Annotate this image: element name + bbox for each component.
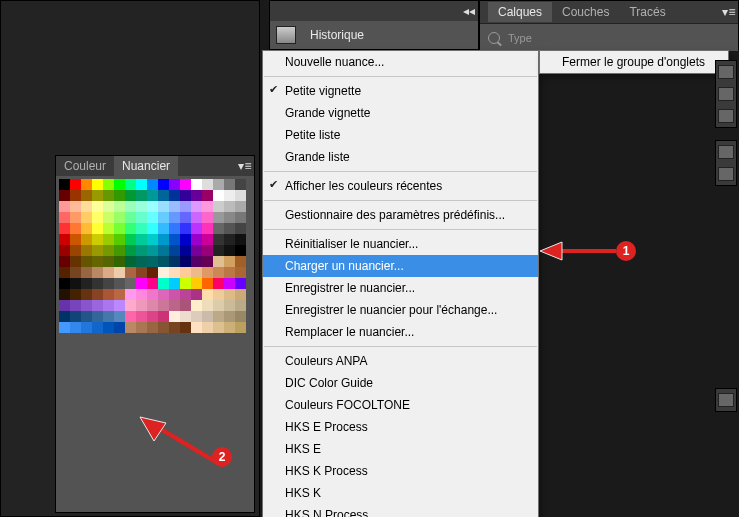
tab-couches[interactable]: Couches [552,2,619,22]
swatch-cell[interactable] [235,311,246,322]
swatch-cell[interactable] [103,190,114,201]
swatch-cell[interactable] [136,256,147,267]
swatch-cell[interactable] [169,223,180,234]
swatch-cell[interactable] [213,223,224,234]
menu-list-small[interactable]: Petite liste [263,124,538,146]
menu-preset-0[interactable]: Couleurs ANPA [263,350,538,372]
menu-thumb-large[interactable]: Grande vignette [263,102,538,124]
swatch-cell[interactable] [169,322,180,333]
swatch-cell[interactable] [235,245,246,256]
swatch-cell[interactable] [59,278,70,289]
swatch-cell[interactable] [224,212,235,223]
swatch-cell[interactable] [103,223,114,234]
swatch-cell[interactable] [224,179,235,190]
swatch-cell[interactable] [125,212,136,223]
swatch-cell[interactable] [191,201,202,212]
tab-traces[interactable]: Tracés [619,2,675,22]
menu-replace-swatches[interactable]: Remplacer le nuancier... [263,321,538,343]
swatch-cell[interactable] [81,223,92,234]
swatch-cell[interactable] [158,190,169,201]
swatch-cell[interactable] [136,289,147,300]
swatch-cell[interactable] [125,256,136,267]
swatch-cell[interactable] [158,256,169,267]
swatch-cell[interactable] [125,267,136,278]
swatch-cell[interactable] [213,190,224,201]
swatch-cell[interactable] [169,278,180,289]
swatch-cell[interactable] [224,311,235,322]
swatch-cell[interactable] [114,311,125,322]
swatch-cell[interactable] [180,311,191,322]
swatch-cell[interactable] [235,300,246,311]
menu-preset-6[interactable]: HKS K [263,482,538,504]
layer-filter-kind[interactable]: Type [508,32,532,44]
swatch-cell[interactable] [59,322,70,333]
swatch-cell[interactable] [92,234,103,245]
swatch-cell[interactable] [136,311,147,322]
swatch-cell[interactable] [169,245,180,256]
swatch-cell[interactable] [92,289,103,300]
swatch-cell[interactable] [224,289,235,300]
swatch-cell[interactable] [169,179,180,190]
swatch-cell[interactable] [158,289,169,300]
menu-preset-7[interactable]: HKS N Process [263,504,538,517]
swatch-cell[interactable] [169,267,180,278]
menu-list-large[interactable]: Grande liste [263,146,538,168]
swatch-cell[interactable] [180,278,191,289]
swatch-cell[interactable] [147,245,158,256]
swatch-cell[interactable] [213,322,224,333]
tab-calques[interactable]: Calques [488,2,552,22]
menu-new-swatch[interactable]: Nouvelle nuance... [263,51,538,73]
swatch-cell[interactable] [147,278,158,289]
swatch-cell[interactable] [136,201,147,212]
swatch-cell[interactable] [191,278,202,289]
swatch-cell[interactable] [213,201,224,212]
swatch-cell[interactable] [92,322,103,333]
swatch-cell[interactable] [70,278,81,289]
swatch-cell[interactable] [180,234,191,245]
swatch-cell[interactable] [180,179,191,190]
swatch-cell[interactable] [136,267,147,278]
swatch-cell[interactable] [202,256,213,267]
swatch-cell[interactable] [147,322,158,333]
swatch-cell[interactable] [169,201,180,212]
swatch-cell[interactable] [103,256,114,267]
swatch-cell[interactable] [147,300,158,311]
swatch-cell[interactable] [136,223,147,234]
swatch-cell[interactable] [147,267,158,278]
swatch-cell[interactable] [92,311,103,322]
swatch-cell[interactable] [125,234,136,245]
swatch-cell[interactable] [92,300,103,311]
swatch-cell[interactable] [158,322,169,333]
dock-icon-5[interactable] [718,167,734,181]
swatch-cell[interactable] [213,278,224,289]
swatch-cell[interactable] [103,267,114,278]
swatch-cell[interactable] [59,212,70,223]
swatch-cell[interactable] [103,234,114,245]
swatch-cell[interactable] [59,289,70,300]
menu-preset-1[interactable]: DIC Color Guide [263,372,538,394]
swatch-cell[interactable] [103,322,114,333]
swatch-cell[interactable] [125,245,136,256]
swatch-cell[interactable] [169,212,180,223]
swatch-cell[interactable] [224,223,235,234]
swatch-cell[interactable] [180,322,191,333]
swatch-cell[interactable] [147,223,158,234]
swatch-cell[interactable] [136,190,147,201]
swatch-cell[interactable] [103,278,114,289]
swatch-cell[interactable] [169,256,180,267]
swatch-cell[interactable] [70,179,81,190]
swatch-cell[interactable] [158,212,169,223]
swatch-cell[interactable] [70,256,81,267]
swatch-cell[interactable] [103,212,114,223]
tab-couleur[interactable]: Couleur [56,156,114,176]
menu-preset-3[interactable]: HKS E Process [263,416,538,438]
swatch-cell[interactable] [70,223,81,234]
swatch-cell[interactable] [191,256,202,267]
swatch-cell[interactable] [224,267,235,278]
menu-preset-2[interactable]: Couleurs FOCOLTONE [263,394,538,416]
swatch-cell[interactable] [224,256,235,267]
menu-thumb-small[interactable]: Petite vignette [263,80,538,102]
swatch-cell[interactable] [103,311,114,322]
swatch-cell[interactable] [125,190,136,201]
swatch-cell[interactable] [81,179,92,190]
